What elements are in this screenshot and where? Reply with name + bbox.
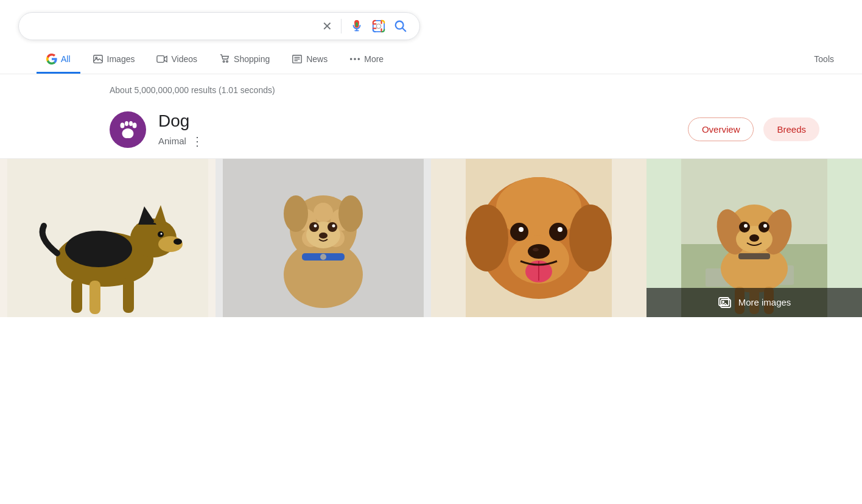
overview-button[interactable]: Overview: [688, 117, 754, 141]
svg-point-45: [284, 195, 308, 232]
svg-point-61: [528, 244, 550, 259]
svg-rect-33: [71, 279, 82, 313]
svg-point-4: [376, 24, 380, 28]
mic-icon: [350, 19, 363, 33]
videos-icon: [156, 54, 167, 65]
tab-shopping-label: Shopping: [234, 54, 270, 64]
tab-images-label: Images: [107, 54, 135, 64]
svg-rect-34: [89, 281, 100, 314]
svg-point-21: [129, 121, 133, 126]
svg-point-58: [466, 205, 508, 271]
svg-point-32: [161, 233, 163, 234]
clear-button[interactable]: ✕: [322, 19, 332, 33]
svg-point-51: [332, 224, 335, 227]
tab-all[interactable]: All: [37, 47, 80, 74]
knowledge-panel-more-icon[interactable]: ⋮: [191, 134, 203, 149]
tab-tools[interactable]: Tools: [804, 48, 844, 73]
image-strip-item-1[interactable]: [0, 159, 216, 317]
svg-point-30: [173, 239, 182, 245]
more-dots-icon: [349, 54, 360, 65]
svg-point-54: [320, 254, 326, 260]
svg-point-57: [496, 177, 581, 238]
svg-point-48: [309, 222, 319, 232]
tools-label: Tools: [814, 54, 834, 64]
svg-point-16: [350, 58, 352, 60]
search-submit-button[interactable]: [394, 19, 407, 33]
lens-icon: [372, 19, 385, 33]
search-bar-container: dogs ✕: [0, 0, 862, 40]
svg-point-25: [65, 231, 132, 267]
svg-rect-35: [123, 278, 134, 313]
lens-button[interactable]: [372, 19, 385, 33]
tab-shopping[interactable]: Shopping: [209, 47, 279, 74]
svg-point-64: [549, 223, 567, 241]
svg-point-18: [358, 58, 360, 60]
tab-more[interactable]: More: [340, 47, 393, 74]
svg-point-49: [328, 222, 337, 232]
svg-point-52: [319, 233, 328, 239]
mic-button[interactable]: [350, 19, 363, 33]
shopping-icon: [219, 54, 230, 65]
image-strip-item-2[interactable]: [216, 159, 431, 317]
svg-point-17: [354, 58, 356, 60]
clear-icon: ✕: [322, 19, 332, 33]
svg-point-65: [519, 227, 524, 232]
svg-rect-3: [373, 21, 384, 32]
overview-label: Overview: [702, 124, 740, 135]
tab-images[interactable]: Images: [83, 47, 145, 74]
svg-point-22: [133, 122, 137, 128]
svg-point-82: [744, 224, 748, 228]
svg-rect-2: [356, 23, 358, 27]
image-strip: More images: [0, 159, 862, 317]
tab-news-label: News: [306, 54, 328, 64]
svg-point-66: [558, 227, 562, 232]
image-strip-item-3[interactable]: [431, 159, 646, 317]
knowledge-panel-subtitle-text: Animal: [158, 136, 186, 146]
tab-videos[interactable]: Videos: [147, 47, 207, 74]
svg-point-62: [533, 248, 539, 251]
svg-rect-88: [738, 253, 770, 259]
search-bar: dogs ✕: [18, 12, 420, 40]
divider: [341, 19, 342, 33]
svg-point-46: [338, 195, 363, 232]
image-strip-item-4[interactable]: More images: [646, 159, 862, 317]
svg-point-91: [722, 301, 724, 303]
paw-icon: [117, 119, 139, 141]
tab-all-label: All: [61, 54, 71, 64]
knowledge-panel-buttons: Overview Breeds: [688, 117, 819, 141]
svg-rect-9: [157, 56, 164, 63]
svg-line-6: [402, 28, 405, 31]
svg-point-10: [223, 61, 225, 63]
knowledge-panel-icon: [110, 111, 146, 148]
google-icon: [46, 54, 57, 65]
search-bar-icons: ✕: [322, 19, 407, 33]
svg-point-20: [125, 121, 128, 126]
search-icon: [394, 19, 407, 33]
svg-point-11: [226, 61, 228, 63]
knowledge-panel-title: Dog: [158, 111, 676, 131]
news-icon: [292, 54, 303, 65]
svg-point-19: [121, 122, 125, 128]
more-images-overlay[interactable]: More images: [646, 288, 862, 317]
results-count: About 5,000,000,000 results (1.01 second…: [0, 74, 862, 101]
knowledge-panel-info: Dog Animal ⋮: [158, 111, 676, 149]
svg-point-50: [314, 224, 317, 227]
svg-point-44: [314, 203, 333, 222]
svg-point-63: [510, 223, 528, 241]
svg-point-83: [763, 224, 767, 228]
images-icon: [93, 54, 103, 65]
results-count-text: About 5,000,000,000 results (1.01 second…: [110, 85, 275, 95]
tab-more-label: More: [364, 54, 384, 64]
more-images-icon: [718, 295, 732, 310]
knowledge-panel: Dog Animal ⋮ Overview Breeds: [0, 101, 862, 158]
tab-videos-label: Videos: [171, 54, 197, 64]
search-input[interactable]: dogs: [31, 20, 316, 33]
breeds-button[interactable]: Breeds: [763, 117, 819, 141]
svg-point-84: [749, 234, 759, 242]
more-images-label: More images: [738, 297, 791, 307]
tab-news[interactable]: News: [282, 47, 337, 74]
svg-rect-7: [93, 55, 102, 63]
svg-point-59: [569, 205, 612, 271]
nav-tabs: All Images Videos: [0, 40, 862, 74]
breeds-label: Breeds: [777, 124, 806, 135]
